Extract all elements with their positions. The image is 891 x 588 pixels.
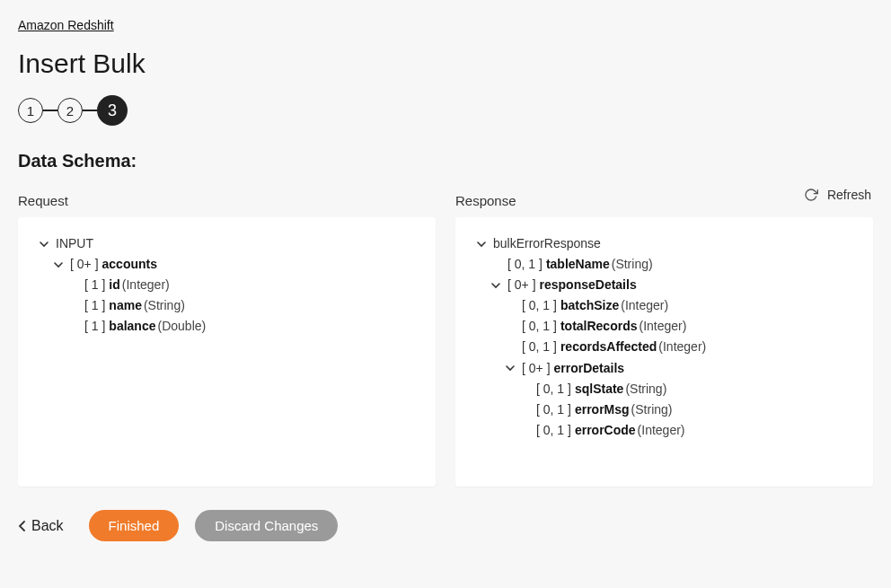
discard-changes-button[interactable]: Discard Changes [195,510,338,541]
field-type: (Double) [158,316,207,337]
field-type: (Integer) [640,316,687,337]
field-name: errorCode [575,420,636,441]
field-type: (Integer) [638,420,685,441]
field-name: batchSize [560,295,619,316]
cardinality: [ 0+ ] [507,275,536,295]
tree-leaf-errormsg: [ 0, 1 ] errorMsg (String) [470,399,859,420]
response-column: Response bulkErrorResponse [ 0, 1 ] tabl… [455,193,873,487]
finished-button[interactable]: Finished [89,510,180,541]
cardinality: [ 1 ] [84,316,105,337]
stepper: 1 2 3 [18,95,873,126]
cardinality: [ 0, 1 ] [522,316,557,337]
field-type: (Integer) [122,275,170,295]
field-type: (String) [612,254,653,275]
request-label: Request [18,193,436,208]
tree-leaf-name: [ 1 ] name (String) [32,295,421,316]
tree-node-accounts[interactable]: [ 0+ ] accounts [32,254,421,275]
breadcrumb-link[interactable]: Amazon Redshift [18,18,114,32]
field-name: id [109,275,119,295]
section-title: Data Schema: [18,151,873,171]
field-name: balance [109,316,155,337]
cardinality: [ 1 ] [84,275,105,295]
field-name: totalRecords [560,316,638,337]
cardinality: [ 1 ] [84,295,105,316]
field-type: (String) [625,379,666,399]
tree-leaf-recordsaffected: [ 0, 1 ] recordsAffected (Integer) [470,337,859,357]
cardinality: [ 0, 1 ] [522,337,557,357]
field-type: (String) [144,295,185,316]
chevron-down-icon[interactable] [52,260,65,269]
tree-node-errordetails[interactable]: [ 0+ ] errorDetails [470,358,859,379]
chevron-down-icon[interactable] [475,240,488,249]
footer-actions: Back Finished Discard Changes [18,510,873,541]
tree-leaf-batchsize: [ 0, 1 ] batchSize (Integer) [470,295,859,316]
field-type: (Integer) [658,337,706,357]
step-1[interactable]: 1 [18,98,43,123]
field-name: recordsAffected [560,337,657,357]
field-name: errorDetails [554,358,625,379]
step-connector [83,110,97,111]
node-label: INPUT [56,233,93,254]
back-label: Back [31,518,64,534]
step-2[interactable]: 2 [57,98,83,123]
chevron-left-icon [18,521,26,531]
refresh-icon [804,188,818,202]
field-name: name [109,295,142,316]
field-name: errorMsg [575,399,630,420]
field-name: responseDetails [540,275,637,295]
field-type: (Integer) [621,295,668,316]
tree-node-bulkerrorresponse[interactable]: bulkErrorResponse [470,233,859,254]
step-connector [43,110,57,111]
field-type: (String) [631,399,673,420]
node-label: bulkErrorResponse [493,233,601,254]
cardinality: [ 0+ ] [522,358,551,379]
step-3-active[interactable]: 3 [97,95,128,126]
refresh-label: Refresh [827,188,871,202]
cardinality: [ 0, 1 ] [522,295,557,316]
request-column: Request INPUT [ 0+ ] accounts [18,193,436,487]
chevron-down-icon[interactable] [504,364,516,373]
tree-leaf-sqlstate: [ 0, 1 ] sqlState (String) [470,379,859,399]
cardinality: [ 0, 1 ] [536,420,571,441]
tree-node-responsedetails[interactable]: [ 0+ ] responseDetails [470,275,859,295]
cardinality: [ 0+ ] [70,254,99,275]
tree-leaf-balance: [ 1 ] balance (Double) [32,316,421,337]
request-pane: INPUT [ 0+ ] accounts [ 1 ] id (Integer) [18,217,436,487]
field-name: tableName [546,254,610,275]
response-pane: bulkErrorResponse [ 0, 1 ] tableName (St… [455,217,873,487]
chevron-down-icon[interactable] [38,240,50,249]
cardinality: [ 0, 1 ] [536,379,571,399]
tree-leaf-errorcode: [ 0, 1 ] errorCode (Integer) [470,420,859,441]
chevron-down-icon[interactable] [490,281,502,290]
field-name: sqlState [575,379,623,399]
page-title: Insert Bulk [18,48,873,79]
tree-leaf-id: [ 1 ] id (Integer) [32,275,421,295]
field-name: accounts [102,254,157,275]
cardinality: [ 0, 1 ] [536,399,571,420]
back-button[interactable]: Back [18,518,64,534]
tree-node-input[interactable]: INPUT [32,233,421,254]
refresh-button[interactable]: Refresh [804,188,871,202]
tree-leaf-tablename: [ 0, 1 ] tableName (String) [470,254,859,275]
tree-leaf-totalrecords: [ 0, 1 ] totalRecords (Integer) [470,316,859,337]
cardinality: [ 0, 1 ] [507,254,543,275]
